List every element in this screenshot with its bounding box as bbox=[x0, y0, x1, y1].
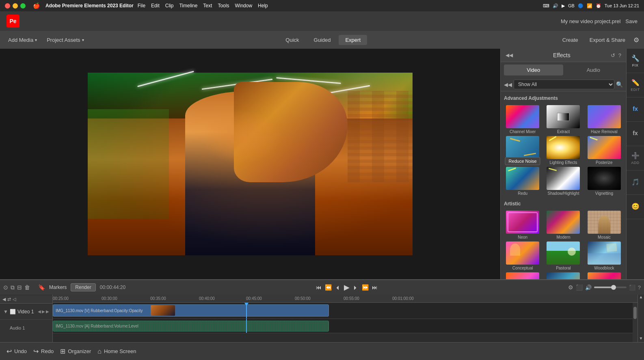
menu-timeline[interactable]: Timeline bbox=[179, 3, 197, 9]
expert-button[interactable]: Expert bbox=[339, 35, 367, 45]
guided-button[interactable]: Guided bbox=[307, 35, 337, 45]
scroll-up-icon[interactable]: ▲ bbox=[639, 295, 643, 299]
effect-posterize[interactable]: Posterize bbox=[585, 136, 624, 165]
adobe-logo: Pe bbox=[6, 15, 19, 28]
effects-panel: ◀◀ Effects ↺ ? Video Audio ◀◀ Show All A… bbox=[500, 49, 626, 279]
menu-help[interactable]: Help bbox=[258, 3, 268, 9]
tab-audio[interactable]: Audio bbox=[564, 65, 623, 75]
effects-filter-select[interactable]: Show All Advanced Adjustments Artistic bbox=[514, 80, 614, 89]
section-advanced-adjustments: Advanced Adjustments bbox=[503, 94, 624, 103]
effect-extra-1[interactable] bbox=[503, 272, 542, 279]
video-clip[interactable]: IMG_1130.mov [V] Rubberband:Opacity:Opac… bbox=[53, 304, 329, 317]
minimize-button[interactable] bbox=[13, 3, 18, 9]
timeline-icon-2[interactable]: ⧉ bbox=[11, 284, 15, 291]
home-icon: ⌂ bbox=[97, 348, 102, 355]
organizer-button[interactable]: ⊞ Organizer bbox=[60, 347, 91, 355]
step-back-button[interactable]: ⏪ bbox=[325, 284, 332, 291]
effects-search-icon[interactable]: 🔍 bbox=[616, 81, 623, 88]
track-nav-right[interactable]: ▶ bbox=[46, 309, 49, 314]
timeline-scrollbar[interactable] bbox=[633, 303, 638, 342]
timeline-icon-4[interactable]: 🗑 bbox=[24, 284, 30, 291]
menu-file[interactable]: File bbox=[138, 3, 145, 9]
go-to-end-button[interactable]: ⏭ bbox=[372, 284, 378, 291]
go-to-start-button[interactable]: ⏮ bbox=[316, 284, 322, 291]
sidebar-add-button[interactable]: ➕ ADD bbox=[627, 146, 644, 170]
play-button[interactable]: ▶ bbox=[344, 283, 350, 292]
sidebar-fx2-button[interactable]: fx bbox=[627, 122, 644, 146]
effect-pastoral[interactable]: Pastoral bbox=[544, 241, 583, 271]
step-forward-button[interactable]: ⏩ bbox=[362, 284, 369, 291]
home-screen-button[interactable]: ⌂ Home Screen bbox=[97, 348, 136, 355]
effects-refresh-icon[interactable]: ↺ bbox=[611, 52, 615, 58]
timeline-left-arrows[interactable]: ◀ bbox=[2, 297, 6, 302]
menu-text[interactable]: Text bbox=[203, 3, 212, 9]
track-expand-icon[interactable]: ▼ bbox=[3, 309, 8, 315]
settings-icon[interactable]: ⚙ bbox=[633, 36, 639, 44]
filter-back-icon[interactable]: ◀◀ bbox=[504, 82, 512, 88]
settings-icon-timeline[interactable]: ⚙ bbox=[568, 284, 573, 291]
clip-name: IMG_1130.mov [V] Rubberband:Opacity:Opac… bbox=[53, 308, 145, 313]
render-button[interactable]: Render bbox=[71, 283, 95, 291]
panel-collapse-icon[interactable]: ◀◀ bbox=[506, 52, 513, 58]
menu-items: File Edit Clip Timeline Text Tools Windo… bbox=[138, 3, 268, 9]
close-button[interactable] bbox=[5, 3, 10, 9]
apple-menu[interactable]: 🍎 bbox=[33, 2, 40, 9]
create-button[interactable]: Create bbox=[559, 35, 581, 45]
timeline-controls-2[interactable]: ◁ bbox=[13, 297, 16, 302]
effect-reduce-noise[interactable]: Reduce Noise Redu bbox=[503, 167, 542, 196]
audio-clip[interactable]: IMG_1130.mov [A] Rubberband:Volume:Level bbox=[53, 321, 329, 332]
app-name: Adobe Premiere Elements 2023 Editor bbox=[45, 3, 134, 9]
effects-help-icon[interactable]: ? bbox=[618, 52, 621, 58]
effect-neon[interactable]: Neon bbox=[503, 211, 542, 240]
effect-extra-3[interactable] bbox=[585, 272, 624, 279]
redo-icon: ↪ bbox=[33, 347, 39, 355]
export-share-button[interactable]: Export & Share bbox=[586, 35, 629, 45]
volume-slider[interactable] bbox=[594, 287, 627, 288]
effect-extract[interactable]: Extract bbox=[544, 105, 583, 134]
quick-button[interactable]: Quick bbox=[279, 35, 305, 45]
effect-mosaic[interactable]: Mosaic bbox=[585, 211, 624, 240]
menu-tools[interactable]: Tools bbox=[218, 3, 229, 9]
timeline-icon-3[interactable]: ⊟ bbox=[17, 284, 22, 291]
effect-woodblock[interactable]: Woodblock bbox=[585, 241, 624, 271]
effect-extra-2[interactable] bbox=[544, 272, 583, 279]
track-lock-icon[interactable]: ⬜ bbox=[10, 309, 16, 315]
markers-label: Markers bbox=[49, 285, 67, 290]
effect-haze-removal[interactable]: Haze Removal bbox=[585, 105, 624, 134]
fullscreen-button[interactable] bbox=[20, 3, 26, 9]
traffic-lights bbox=[5, 3, 26, 9]
sidebar-effects-button[interactable]: fx bbox=[627, 97, 644, 122]
effect-channel-mixer[interactable]: Channel Mixer bbox=[503, 105, 542, 134]
menu-window[interactable]: Window bbox=[235, 3, 252, 9]
tab-video[interactable]: Video bbox=[504, 65, 563, 75]
sidebar-music-button[interactable]: 🎵 bbox=[627, 170, 644, 195]
screen-icon[interactable]: ⬛ bbox=[576, 284, 583, 291]
help-icon[interactable]: ? bbox=[638, 285, 641, 291]
effect-vignetting[interactable]: Vignetting bbox=[585, 167, 624, 196]
sidebar-fix-button[interactable]: 🔧 FIX bbox=[627, 49, 644, 73]
scroll-down-icon[interactable]: ▼ bbox=[639, 336, 643, 341]
rewind-button[interactable]: ⏴ bbox=[335, 284, 341, 291]
add-media-button[interactable]: Add Media bbox=[5, 35, 40, 45]
sidebar-edit-button[interactable]: ✏️ EDIT bbox=[627, 73, 644, 97]
project-assets-button[interactable]: Project Assets bbox=[43, 35, 87, 45]
redo-button[interactable]: ↪ Redo bbox=[33, 347, 54, 355]
track-nav-play[interactable]: ▶ bbox=[42, 309, 45, 314]
save-button[interactable]: Save bbox=[625, 18, 638, 24]
effect-shadow-highlight[interactable]: Shadow/Highlight bbox=[544, 167, 583, 196]
effect-conceptual[interactable]: Conceptual bbox=[503, 241, 542, 271]
effect-lighting-effects[interactable]: Lighting Effects bbox=[544, 136, 583, 165]
timeline-icon-1[interactable]: ⊙ bbox=[3, 284, 8, 291]
video1-label: Video 1 bbox=[17, 309, 34, 315]
menu-clip[interactable]: Clip bbox=[165, 3, 174, 9]
menubar-right: ⌨🔊▶GB🔵📶⏰ Tue 13 Jun 12:21 bbox=[543, 3, 639, 9]
ruler-time-30: 00:30:00 bbox=[102, 296, 117, 301]
timeline-controls-1[interactable]: ⇄ bbox=[7, 297, 11, 302]
effect-modern[interactable]: Modern bbox=[544, 211, 583, 240]
menu-edit[interactable]: Edit bbox=[151, 3, 160, 9]
sidebar-emoji-button[interactable]: 😊 bbox=[627, 195, 644, 219]
mute-icon[interactable]: ⬛ bbox=[629, 285, 635, 291]
fast-forward-button[interactable]: ⏵ bbox=[353, 284, 359, 291]
undo-button[interactable]: ↩ Undo bbox=[6, 347, 27, 355]
track-nav-left[interactable]: ◀ bbox=[38, 309, 41, 314]
